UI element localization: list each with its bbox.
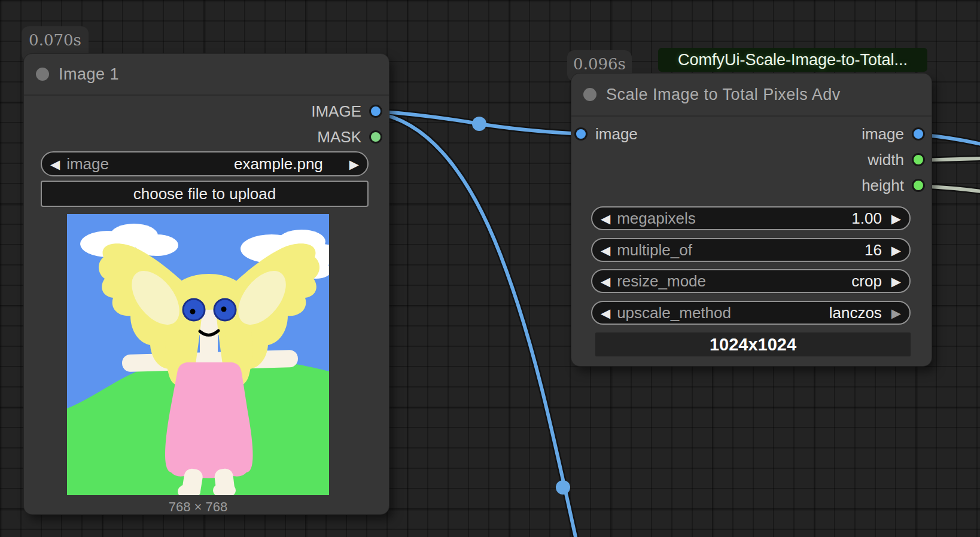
image-output-slot[interactable]: image: [862, 123, 925, 145]
upscale-method-widget[interactable]: ◀ upscale_method lanczos ▶: [591, 301, 911, 325]
image-dimensions-label: 768 × 768: [67, 499, 329, 515]
height-output-slot[interactable]: height: [862, 175, 925, 196]
width-output-dot[interactable]: [912, 153, 925, 166]
widget-value: 16: [865, 241, 882, 260]
output-slot-label: height: [862, 176, 904, 195]
decrement-arrow-icon[interactable]: ◀: [601, 244, 610, 257]
node-image-1[interactable]: Image 1 IMAGE MASK ◀ image example.png ▶…: [24, 54, 389, 514]
widget-value: crop: [851, 272, 882, 291]
node-title: Image 1: [59, 65, 119, 84]
increment-arrow-icon[interactable]: ▶: [891, 275, 901, 288]
collapse-dot-icon[interactable]: [583, 88, 596, 101]
drawing-girl-image: [67, 214, 329, 495]
output-slot-label: width: [868, 151, 904, 169]
decrement-arrow-icon[interactable]: ◀: [601, 307, 610, 319]
node-header[interactable]: Scale Image to Total Pixels Adv: [571, 74, 932, 117]
decrement-arrow-icon[interactable]: ◀: [50, 158, 60, 170]
increment-arrow-icon[interactable]: ▶: [891, 307, 901, 319]
node-header[interactable]: Image 1: [24, 54, 389, 96]
resize-mode-widget[interactable]: ◀ resize_mode crop ▶: [591, 269, 911, 293]
widget-label: image: [66, 155, 234, 173]
collapse-dot-icon[interactable]: [36, 68, 49, 81]
upload-button[interactable]: choose file to upload: [41, 181, 369, 207]
increment-arrow-icon[interactable]: ▶: [891, 244, 901, 257]
increment-arrow-icon[interactable]: ▶: [349, 158, 359, 170]
widget-value: lanczos: [829, 304, 882, 322]
image-output-dot[interactable]: [369, 105, 382, 118]
widget-label: megapixels: [617, 209, 851, 228]
node-title: Scale Image to Total Pixels Adv: [606, 86, 841, 104]
node-source-badge: ComfyUi-Scale-Image-to-Total...: [658, 48, 927, 72]
link-midpoint-dot[interactable]: [472, 117, 486, 131]
image-preview[interactable]: [67, 214, 329, 495]
link-image-down: [376, 113, 576, 537]
mask-output-slot[interactable]: MASK: [317, 126, 382, 148]
widget-value: example.png: [234, 155, 323, 173]
widget-label: multiple_of: [617, 241, 865, 260]
mask-output-dot[interactable]: [369, 130, 382, 144]
image-input-dot[interactable]: [574, 127, 588, 141]
graph-canvas[interactable]: { "icons": { "left_arrow": "◀", "right_a…: [0, 0, 980, 537]
widget-label: upscale_method: [617, 304, 829, 322]
height-output-dot[interactable]: [912, 179, 925, 192]
decrement-arrow-icon[interactable]: ◀: [601, 212, 610, 225]
output-slot-label: IMAGE: [311, 102, 361, 121]
output-slot-label: MASK: [317, 128, 361, 147]
image-combo-widget[interactable]: ◀ image example.png ▶: [41, 151, 369, 176]
input-slot-label: image: [595, 125, 638, 144]
increment-arrow-icon[interactable]: ▶: [891, 212, 901, 225]
width-output-slot[interactable]: width: [868, 149, 925, 170]
image-input-slot[interactable]: image: [574, 123, 638, 145]
multiple-of-widget[interactable]: ◀ multiple_of 16 ▶: [591, 238, 911, 262]
node-scale-image[interactable]: Scale Image to Total Pixels Adv image im…: [571, 74, 932, 366]
megapixels-widget[interactable]: ◀ megapixels 1.00 ▶: [591, 206, 911, 230]
output-slot-label: image: [862, 125, 904, 144]
resolution-info-label: 1024x1024: [595, 332, 911, 356]
image-output-slot[interactable]: IMAGE: [311, 100, 382, 122]
decrement-arrow-icon[interactable]: ◀: [601, 275, 610, 288]
widget-label: resize_mode: [617, 272, 851, 291]
link-midpoint-dot[interactable]: [556, 480, 570, 495]
widget-value: 1.00: [851, 209, 882, 228]
image-output-dot[interactable]: [912, 127, 925, 141]
